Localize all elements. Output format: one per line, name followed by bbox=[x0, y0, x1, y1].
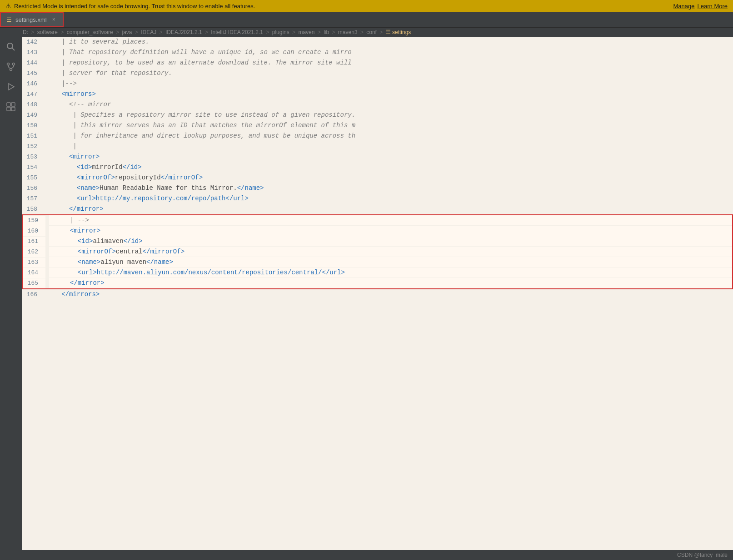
svg-point-0 bbox=[7, 43, 13, 49]
line-content-164: <url>http://maven.aliyun.com/nexus/conte… bbox=[49, 268, 732, 278]
line-number-155: 155 bbox=[22, 173, 45, 183]
line-content-148: <!-- mirror bbox=[48, 99, 733, 109]
svg-marker-5 bbox=[9, 84, 14, 90]
code-line-143: 143 | That repository definition will ha… bbox=[22, 47, 733, 58]
svg-rect-8 bbox=[7, 107, 10, 111]
code-line-147: 147 <mirrors> bbox=[22, 89, 733, 99]
status-attribution: CSDN @fancy_male bbox=[677, 552, 728, 558]
line-number-151: 151 bbox=[22, 131, 45, 141]
svg-line-1 bbox=[12, 48, 15, 51]
breadcrumb-lib: lib bbox=[324, 29, 329, 35]
status-bar: CSDN @fancy_male bbox=[0, 550, 733, 560]
code-line-165: 165 </mirror> bbox=[23, 278, 732, 288]
breadcrumb-conf: conf bbox=[366, 29, 377, 35]
line-number-144: 144 bbox=[22, 58, 45, 68]
code-line-144: 144 | repository, to be used as an alter… bbox=[22, 58, 733, 68]
line-number-150: 150 bbox=[22, 121, 45, 131]
breadcrumb-java: java bbox=[122, 29, 132, 35]
line-number-147: 147 bbox=[22, 89, 45, 99]
code-line-148: 148 <!-- mirror bbox=[22, 99, 733, 110]
run-activity-icon[interactable] bbox=[5, 80, 17, 93]
svg-rect-9 bbox=[11, 107, 15, 111]
code-lines: 142 | it to several places.143 | That re… bbox=[22, 37, 733, 300]
code-line-161: 161 <id>alimaven</id> bbox=[23, 236, 732, 247]
line-number-148: 148 bbox=[22, 100, 45, 110]
code-line-151: 151 | for inheritance and direct lookup … bbox=[22, 131, 733, 141]
breadcrumb-computer-software: computer_software bbox=[67, 29, 113, 35]
code-line-157: 157 <url>http://my.repository.com/repo/p… bbox=[22, 193, 733, 204]
svg-point-2 bbox=[7, 63, 10, 65]
line-content-163: <name>aliyun maven</name> bbox=[49, 257, 732, 267]
line-number-146: 146 bbox=[22, 79, 45, 89]
manage-link[interactable]: Manage bbox=[673, 3, 695, 10]
code-line-154: 154 <id>mirrorId</id> bbox=[22, 162, 733, 173]
line-content-160: <mirror> bbox=[49, 226, 732, 236]
tab-close-button[interactable]: × bbox=[50, 15, 57, 24]
code-line-145: 145 | server for that repository. bbox=[22, 68, 733, 79]
code-line-163: 163 <name>aliyun maven</name> bbox=[23, 257, 732, 268]
line-number-163: 163 bbox=[23, 258, 45, 268]
line-content-150: | this mirror serves has an ID that matc… bbox=[48, 120, 733, 130]
line-number-158: 158 bbox=[22, 204, 45, 214]
line-content-145: | server for that repository. bbox=[48, 68, 733, 78]
breadcrumb-maven: maven bbox=[298, 29, 314, 35]
line-number-154: 154 bbox=[22, 163, 45, 173]
code-line-155: 155 <mirrorOf>repositoryId</mirrorOf> bbox=[22, 173, 733, 183]
settings-xml-tab[interactable]: ☰ settings.xml × bbox=[0, 12, 64, 27]
breadcrumb-ideaj2021: IDEAJ2021.2.1 bbox=[165, 29, 202, 35]
line-content-159: | --> bbox=[49, 215, 732, 225]
svg-rect-7 bbox=[11, 103, 15, 106]
activity-bar bbox=[0, 37, 22, 550]
line-content-154: <id>mirrorId</id> bbox=[48, 162, 733, 172]
git-activity-icon[interactable] bbox=[5, 60, 17, 73]
line-content-157: <url>http://my.repository.com/repo/path<… bbox=[48, 193, 733, 203]
breadcrumb-intellij: IntelliJ IDEA 2021.2.1 bbox=[211, 29, 263, 35]
line-number-149: 149 bbox=[22, 110, 45, 120]
line-number-153: 153 bbox=[22, 152, 45, 162]
breadcrumb-file: ☰ settings bbox=[386, 29, 411, 35]
line-number-166: 166 bbox=[22, 290, 45, 300]
line-content-155: <mirrorOf>repositoryId</mirrorOf> bbox=[48, 173, 733, 183]
main-area: 142 | it to several places.143 | That re… bbox=[0, 37, 733, 550]
line-number-160: 160 bbox=[23, 226, 45, 236]
code-container[interactable]: 142 | it to several places.143 | That re… bbox=[22, 37, 733, 550]
svg-point-4 bbox=[10, 69, 12, 71]
svg-rect-6 bbox=[7, 103, 10, 106]
banner-message: Restricted Mode is intended for safe cod… bbox=[14, 3, 671, 10]
breadcrumb-software: software bbox=[37, 29, 58, 35]
editor-area: 142 | it to several places.143 | That re… bbox=[22, 37, 733, 550]
line-number-157: 157 bbox=[22, 194, 45, 204]
line-number-164: 164 bbox=[23, 268, 45, 278]
breadcrumb-maven3: maven3 bbox=[338, 29, 358, 35]
line-number-165: 165 bbox=[23, 278, 45, 288]
extensions-activity-icon[interactable] bbox=[5, 100, 17, 113]
line-content-165: </mirror> bbox=[49, 278, 732, 288]
code-line-156: 156 <name>Human Readable Name for this M… bbox=[22, 183, 733, 193]
warning-icon: ⚠ bbox=[5, 2, 11, 10]
line-content-151: | for inheritance and direct lookup purp… bbox=[48, 131, 733, 141]
line-number-162: 162 bbox=[23, 247, 45, 257]
line-content-147: <mirrors> bbox=[48, 89, 733, 99]
breadcrumb-plugins: plugins bbox=[272, 29, 289, 35]
code-line-146: 146 |--> bbox=[22, 79, 733, 89]
ide-container: ☰ settings.xml × D: > software > compute… bbox=[0, 12, 733, 560]
code-line-166: 166 </mirrors> bbox=[22, 289, 733, 300]
learn-more-link[interactable]: Learn More bbox=[698, 3, 728, 10]
code-line-162: 162 <mirrorOf>central</mirrorOf> bbox=[23, 247, 732, 257]
code-line-160: 160 <mirror> bbox=[23, 226, 732, 236]
line-content-156: <name>Human Readable Name for this Mirro… bbox=[48, 183, 733, 193]
code-line-153: 153 <mirror> bbox=[22, 152, 733, 162]
code-line-164: 164 <url>http://maven.aliyun.com/nexus/c… bbox=[23, 268, 732, 278]
code-line-149: 149 | Specifies a repository mirror site… bbox=[22, 110, 733, 120]
line-content-152: | bbox=[48, 141, 733, 151]
line-content-143: | That repository definition will have a… bbox=[48, 47, 733, 57]
tab-bar: ☰ settings.xml × bbox=[0, 12, 733, 28]
svg-point-3 bbox=[13, 63, 15, 65]
line-content-158: </mirror> bbox=[48, 204, 733, 214]
line-number-145: 145 bbox=[22, 69, 45, 79]
xml-file-icon: ☰ bbox=[6, 16, 12, 23]
search-activity-icon[interactable] bbox=[5, 40, 17, 53]
code-line-142: 142 | it to several places. bbox=[22, 37, 733, 47]
line-number-152: 152 bbox=[22, 142, 45, 152]
line-content-149: | Specifies a repository mirror site to … bbox=[48, 110, 733, 120]
